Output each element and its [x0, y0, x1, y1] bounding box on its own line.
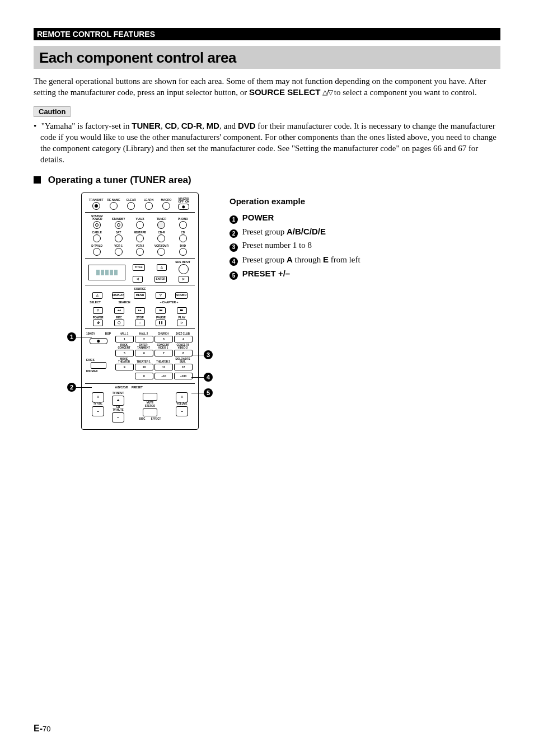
lbl-exes: EX/ES [86, 359, 111, 361]
btn-clear [127, 202, 135, 210]
btn-11: 11 [154, 364, 173, 370]
btn-6: 6 [135, 350, 153, 356]
callout-marker-4: 4 [204, 373, 213, 382]
remote-diagram: TRANSMIT RE-NAME CLEAR LEARN MACRO MACRO… [81, 192, 199, 430]
op-line-3: 3 Preset number 1 to 8 [229, 239, 360, 252]
op1-bold: POWER [242, 213, 274, 222]
caution-bold-5: DVD [238, 121, 256, 130]
op4-rest: from left [331, 255, 360, 264]
lbl-vcr2: VCR 2 [129, 245, 151, 247]
callout-lead-3 [191, 355, 204, 355]
numcirc-2: 2 [229, 229, 238, 238]
triangle-icons: △/▽ [322, 88, 334, 96]
lbl-dvd: DVD [172, 245, 194, 247]
btn-search-fwd: ▸▸ [135, 307, 145, 314]
caution-c4: , and [219, 121, 238, 130]
caution-bold-3: CD-R [181, 121, 203, 130]
lbl-phono: PHONO [172, 218, 194, 220]
lbl-10key: 10KEY [86, 332, 95, 335]
op4-bold-e: E [323, 255, 329, 264]
btn-10: 10 [135, 364, 153, 370]
lbl-cdr: CD-R [151, 231, 172, 234]
btn-learn [145, 202, 153, 210]
btn-play: ▷ [177, 320, 187, 326]
btn-enter: ENTER [154, 276, 167, 283]
lbl-th1: THEATER 1 [135, 361, 152, 364]
btn-rec: ◯ [114, 320, 124, 326]
switch-10key-dsp: ⬤ [90, 338, 107, 344]
callout-marker-3: 3 [204, 350, 213, 359]
numcirc-5: 5 [229, 271, 238, 280]
btn-effect [143, 408, 157, 416]
btn-pause: ❚❚ [156, 320, 166, 326]
lbl-vaux: V-AUX [129, 218, 151, 220]
numcirc-3: 3 [229, 243, 238, 252]
callout-lead-2 [76, 387, 92, 388]
btn-sds-wheel [179, 264, 189, 274]
op5-bold: PRESET +/– [242, 269, 290, 278]
caution-c3: , [202, 121, 207, 130]
callout-marker-5: 5 [204, 388, 213, 397]
remote-diagram-wrap: TRANSMIT RE-NAME CLEAR LEARN MACRO MACRO… [67, 192, 213, 430]
btn-tuner [157, 221, 165, 229]
lbl-clear: CLEAR [123, 199, 140, 201]
lbl-hall2: HALL 2 [135, 333, 152, 336]
btn-rename [110, 202, 118, 210]
btn-0: 0 [135, 373, 153, 379]
lbl-mth: MOVIE THEATER [115, 358, 133, 363]
btn-cable [93, 234, 101, 242]
lbl-chapter: – CHAPTER + [147, 301, 191, 304]
lbl-mdtape: MD/TAPE [129, 231, 151, 234]
btn-cdr [157, 234, 165, 242]
btn-macro [162, 202, 170, 210]
lbl-disc: DISC [139, 418, 146, 421]
lbl-dts: DOLBY/DTS SUR. [174, 358, 191, 363]
lbl-enter: ENTER- TAINMENT [135, 344, 152, 349]
intro-paragraph: The general operational buttons are show… [34, 76, 500, 98]
op-line-4: 4 Preset group A through E from left [229, 253, 360, 266]
lbl-stereo: STEREO [130, 405, 170, 408]
caution-bold-4: MD [207, 121, 219, 130]
callout-lead-4 [191, 377, 204, 378]
btn-vol-plus: + [176, 392, 188, 402]
subhead-text: Operating a tuner (TUNER area) [48, 175, 191, 185]
op-line-5: 5 PRESET +/– [229, 267, 360, 280]
btn-dtvld [93, 248, 101, 256]
btn-display: DISPLAY [112, 292, 124, 299]
op2-bold: A/B/C/D/E [287, 227, 326, 236]
lbl-church: CHURCH [154, 333, 172, 336]
lbl-rec: REC [109, 316, 128, 319]
square-bullet-icon [34, 176, 41, 184]
lbl-sat: SAT [107, 231, 129, 234]
btn-2: 2 [135, 336, 153, 342]
lbl-mute: MUTE [130, 402, 170, 405]
callout-lead-5 [191, 393, 204, 393]
caution-bold-2: CD [165, 121, 177, 130]
btn-src-down: ▽ [93, 307, 103, 314]
bullet-icon: • [34, 120, 39, 132]
btn-4: 4 [174, 336, 193, 342]
intro-suffix: to select a component you want to contro… [334, 88, 477, 97]
callout-lead-1 [76, 337, 92, 337]
lbl-th2: THEATER 2 [154, 361, 172, 364]
op3-text: Preset number 1 to 8 [242, 241, 312, 250]
lbl-volume: VOLUME [174, 403, 190, 406]
lbl-standby: STANDBY [107, 218, 129, 220]
lbl-vcr3: VCR3/DVR [151, 245, 172, 247]
lbl-preset: PRESET [132, 386, 143, 389]
btn-search-rev: ◂◂ [114, 307, 124, 314]
btn-mute [143, 393, 157, 401]
btn-5: 5 [115, 350, 134, 356]
lbl-search: SEARCH [102, 301, 147, 304]
op2-pre: Preset group [242, 227, 287, 236]
lbl-rock: ROCK CONCERT [115, 344, 133, 349]
lbl-dtvld: D-TV/LD [86, 245, 107, 247]
btn-ch-plus: + [112, 396, 124, 406]
lbl-learn: LEARN [140, 199, 157, 201]
lbl-tvmute: TV MUTE [110, 409, 127, 412]
lbl-cv1: CONCERT VIDEO 1 [154, 344, 172, 349]
content-row: TRANSMIT RE-NAME CLEAR LEARN MACRO MACRO… [67, 192, 500, 430]
btn-cd [179, 234, 187, 242]
lbl-jazz: JAZZ CLUB [174, 333, 191, 336]
lbl-power: POWER [88, 316, 107, 319]
